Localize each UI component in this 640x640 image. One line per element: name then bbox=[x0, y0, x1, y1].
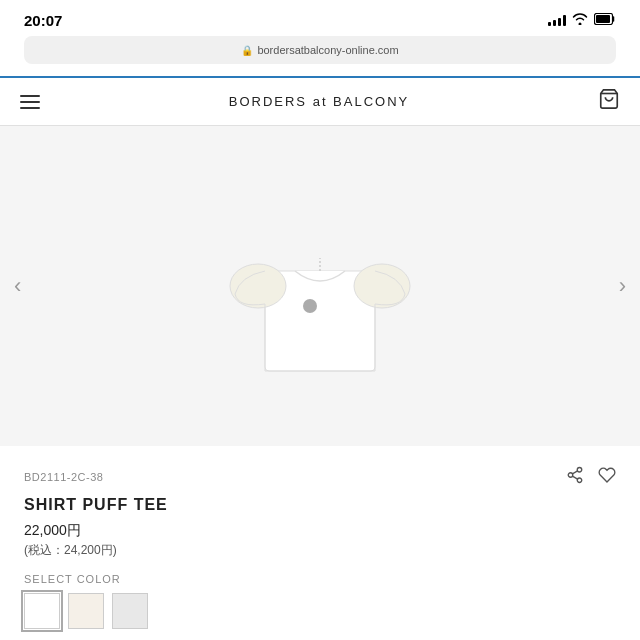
hamburger-menu[interactable] bbox=[20, 95, 40, 109]
color-swatch-white[interactable] bbox=[24, 593, 60, 629]
favorite-button[interactable] bbox=[598, 466, 616, 488]
product-image bbox=[210, 176, 430, 396]
nav-bar: BORDERS at BALCONY bbox=[0, 76, 640, 126]
status-time: 20:07 bbox=[24, 12, 62, 29]
product-sku: BD2111-2C-38 bbox=[24, 471, 103, 483]
hamburger-line-1 bbox=[20, 95, 40, 97]
svg-point-9 bbox=[303, 299, 317, 313]
battery-icon bbox=[594, 13, 616, 28]
product-name: SHIRT PUFF TEE bbox=[24, 496, 616, 514]
address-bar-wrapper: 🔒 bordersatbalcony-online.com bbox=[0, 36, 640, 76]
color-swatch-cream[interactable] bbox=[68, 593, 104, 629]
brand-name: BORDERS at BALCONY bbox=[40, 94, 598, 109]
address-bar[interactable]: 🔒 bordersatbalcony-online.com bbox=[24, 36, 616, 64]
product-image-area: ‹ › bbox=[0, 126, 640, 446]
lock-icon: 🔒 bbox=[241, 45, 253, 56]
hamburger-line-2 bbox=[20, 101, 40, 103]
svg-line-14 bbox=[572, 476, 577, 479]
share-button[interactable] bbox=[566, 466, 584, 488]
color-swatches bbox=[24, 593, 616, 629]
product-price: 22,000円 bbox=[24, 522, 616, 540]
status-bar: 20:07 bbox=[0, 0, 640, 36]
address-url: bordersatbalcony-online.com bbox=[257, 44, 398, 56]
svg-point-11 bbox=[577, 468, 582, 473]
svg-rect-1 bbox=[596, 15, 610, 23]
hamburger-line-3 bbox=[20, 107, 40, 109]
product-info: BD2111-2C-38 SHIRT PUFF TEE 22,000円 (税込：… bbox=[0, 446, 640, 640]
product-meta-row: BD2111-2C-38 bbox=[24, 466, 616, 488]
signal-icon bbox=[548, 14, 566, 26]
product-actions bbox=[566, 466, 616, 488]
next-image-button[interactable]: › bbox=[609, 263, 636, 309]
svg-line-15 bbox=[572, 471, 577, 474]
svg-point-12 bbox=[568, 473, 573, 478]
cart-button[interactable] bbox=[598, 88, 620, 115]
product-price-tax: (税込：24,200円) bbox=[24, 542, 616, 559]
select-color-label: SELECT COLOR bbox=[24, 573, 616, 585]
product-image-container bbox=[190, 156, 450, 416]
svg-point-13 bbox=[577, 478, 582, 483]
status-icons bbox=[548, 13, 616, 28]
prev-image-button[interactable]: ‹ bbox=[4, 263, 31, 309]
wifi-icon bbox=[572, 13, 588, 28]
color-swatch-light[interactable] bbox=[112, 593, 148, 629]
